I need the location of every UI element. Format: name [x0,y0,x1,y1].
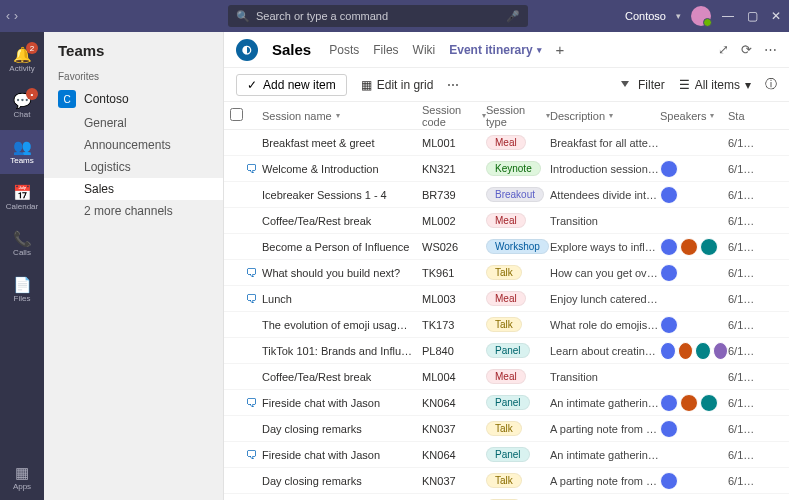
cell-speakers [660,316,728,334]
cell-session-name: Become a Person of Influence [262,241,422,253]
cell-date: 6/1… [728,423,760,435]
team-row[interactable]: C Contoso [44,86,223,112]
rail-item-calls[interactable]: 📞Calls [0,222,44,266]
speaker-avatar [660,186,678,204]
nav-forward-icon[interactable]: › [14,9,18,23]
table-row[interactable]: 🗨Fireside chat with JasonKN064PanelAn in… [224,442,789,468]
close-button[interactable]: ✕ [769,9,783,23]
col-session-code[interactable]: Session code▾ [422,104,486,128]
cell-session-type: Meal [486,369,550,384]
list-toolbar: ✓ Add new item ▦ Edit in grid ⋯ Filter ☰… [224,68,789,102]
channel-sales[interactable]: Sales [44,178,223,200]
table-row[interactable]: Coffee/Tea/Rest breakML002MealTransition… [224,208,789,234]
expand-icon[interactable]: ⤢ [718,42,729,57]
cell-speakers [660,342,728,360]
channel-tabs: ◐ Sales PostsFilesWiki Event itinerary▾ … [224,32,789,68]
table-row[interactable]: The evolution of emoji usag…TK173TalkWha… [224,312,789,338]
maximize-button[interactable]: ▢ [745,9,759,23]
tab-posts[interactable]: Posts [329,43,359,57]
more-icon[interactable]: ⋯ [764,42,777,57]
comment-icon[interactable]: 🗨 [246,266,258,280]
rail-item-activity[interactable]: 🔔Activity2 [0,38,44,82]
cell-date: 6/1… [728,319,760,331]
cell-session-code: ML003 [422,293,486,305]
channel-announcements[interactable]: Announcements [44,134,223,156]
table-row[interactable]: 🗨Happy hour & networkingNW127TalkGo fort… [224,494,789,500]
info-icon[interactable]: ⓘ [765,76,777,93]
add-tab-button[interactable]: + [556,41,565,58]
rail-item-apps[interactable]: ▦Apps [0,456,44,500]
cell-session-name: Fireside chat with Jason [262,449,422,461]
edit-grid-button[interactable]: ▦ Edit in grid [361,78,434,92]
cell-session-type: Panel [486,395,550,410]
chevron-down-icon[interactable]: ▾ [676,11,681,21]
cell-session-code: KN064 [422,397,486,409]
cell-session-code: TK173 [422,319,486,331]
rail-item-files[interactable]: 📄Files [0,268,44,312]
tab-files[interactable]: Files [373,43,398,57]
cell-session-code: KN037 [422,423,486,435]
table-row[interactable]: 🗨LunchML003MealEnjoy lunch catered b…6/1… [224,286,789,312]
speaker-avatar [660,394,678,412]
cell-description: A parting note from t… [550,423,660,435]
col-start[interactable]: Sta [728,110,760,122]
table-row[interactable]: Day closing remarksKN037TalkA parting no… [224,416,789,442]
cell-date: 6/1… [728,189,760,201]
channel-2-more-channels[interactable]: 2 more channels [44,200,223,222]
table-row[interactable]: 🗨Fireside chat with JasonKN064PanelAn in… [224,390,789,416]
cell-date: 6/1… [728,163,760,175]
cell-description: An intimate gathering… [550,397,660,409]
comment-icon[interactable]: 🗨 [246,448,258,462]
col-session-name[interactable]: Session name▾ [262,110,422,122]
cell-description: How can you get over… [550,267,660,279]
badge: • [26,88,38,100]
table-row[interactable]: 🗨Welcome & IntroductionKN321KeynoteIntro… [224,156,789,182]
select-all-checkbox[interactable] [230,108,243,121]
table-row[interactable]: Coffee/Tea/Rest breakML004MealTransition… [224,364,789,390]
cell-session-name: Coffee/Tea/Rest break [262,371,422,383]
rail-item-calendar[interactable]: 📅Calendar [0,176,44,220]
cell-date: 6/1… [728,475,760,487]
table-row[interactable]: Breakfast meet & greetML001MealBreakfast… [224,130,789,156]
team-icon: C [58,90,76,108]
minimize-button[interactable]: — [721,9,735,23]
rail-item-chat[interactable]: 💬Chat• [0,84,44,128]
cell-speakers [660,264,728,282]
rail-item-teams[interactable]: 👥Teams [0,130,44,174]
filter-button[interactable]: Filter [621,78,665,92]
channel-title: Sales [272,41,311,58]
user-avatar[interactable] [691,6,711,26]
more-actions-button[interactable]: ⋯ [447,78,459,92]
comment-icon[interactable]: 🗨 [246,162,258,176]
col-description[interactable]: Description▾ [550,110,660,122]
col-speakers[interactable]: Speakers▾ [660,110,728,122]
col-session-type[interactable]: Session type▾ [486,104,550,128]
tab-wiki[interactable]: Wiki [413,43,436,57]
comment-icon[interactable]: 🗨 [246,396,258,410]
cell-date: 6/1… [728,267,760,279]
table-row[interactable]: TikTok 101: Brands and Influe…PL840Panel… [224,338,789,364]
cell-date: 6/1… [728,345,760,357]
search-input[interactable]: 🔍 Search or type a command 🎤 [228,5,528,27]
table-row[interactable]: Day closing remarksKN037TalkA parting no… [224,468,789,494]
nav-back-icon[interactable]: ‹ [6,9,10,23]
refresh-icon[interactable]: ⟳ [741,42,752,57]
table-row[interactable]: Become a Person of InfluenceWS026Worksho… [224,234,789,260]
channel-logistics[interactable]: Logistics [44,156,223,178]
view-selector[interactable]: ☰ All items ▾ [679,78,751,92]
comment-icon[interactable]: 🗨 [246,292,258,306]
add-new-item-button[interactable]: ✓ Add new item [236,74,347,96]
cell-speakers [660,160,728,178]
speaker-avatar [700,238,718,256]
speaker-avatar [660,238,678,256]
cell-speakers [660,238,728,256]
mic-icon[interactable]: 🎤 [506,10,520,23]
titlebar: ‹ › 🔍 Search or type a command 🎤 Contoso… [0,0,789,32]
table-row[interactable]: 🗨What should you build next?TK961TalkHow… [224,260,789,286]
org-name[interactable]: Contoso [625,10,666,22]
tab-event-itinerary[interactable]: Event itinerary▾ [449,43,541,57]
cell-description: Enjoy lunch catered b… [550,293,660,305]
channel-general[interactable]: General [44,112,223,134]
cell-speakers [660,394,728,412]
table-row[interactable]: Icebreaker Sessions 1 - 4BR739BreakoutAt… [224,182,789,208]
